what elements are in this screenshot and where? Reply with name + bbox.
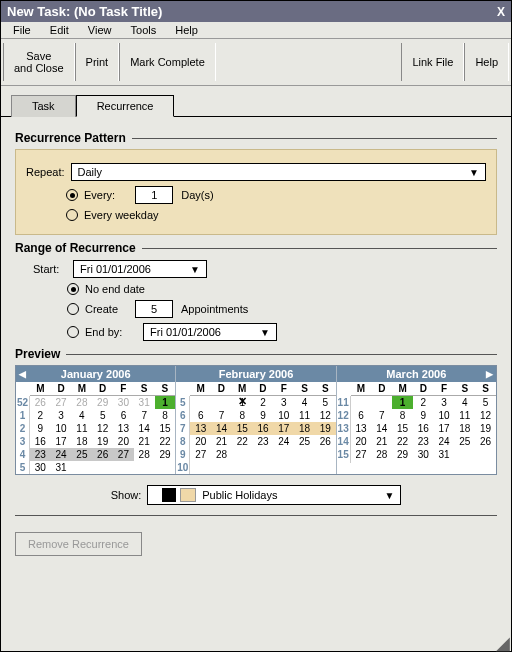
print-button[interactable]: Print	[75, 43, 120, 81]
tab-task[interactable]: Task	[11, 95, 76, 117]
show-label: Show:	[111, 489, 142, 501]
tab-bar: Task Recurrence	[1, 86, 511, 117]
tab-recurrence[interactable]: Recurrence	[76, 95, 175, 117]
preview-title: Preview	[15, 347, 60, 361]
close-icon[interactable]: X	[497, 5, 505, 19]
show-select[interactable]: Public Holidays ▼	[147, 485, 401, 505]
menu-view[interactable]: View	[80, 22, 120, 38]
calendar-preview: ◀January 2006 MDMDFSS 522627282930311 12…	[15, 365, 497, 475]
radio-weekday[interactable]	[66, 209, 78, 221]
start-date-select[interactable]: Fri 01/01/2006 ▼	[73, 260, 207, 278]
start-date-value: Fri 01/01/2006	[80, 263, 151, 275]
tab-content: Recurrence Pattern Repeat: Daily ▼ Every…	[1, 117, 511, 564]
repeat-label: Repeat:	[26, 166, 65, 178]
toolbar-spacer	[216, 43, 402, 81]
no-end-label: No end date	[85, 283, 145, 295]
prev-month-icon[interactable]: ◀	[16, 369, 28, 379]
legend-swatch-icon	[162, 488, 176, 502]
radio-create[interactable]	[67, 303, 79, 315]
calendar-january: ◀January 2006 MDMDFSS 522627282930311 12…	[16, 366, 176, 474]
menu-tools[interactable]: Tools	[123, 22, 165, 38]
repeat-value: Daily	[78, 166, 102, 178]
radio-end-by[interactable]	[67, 326, 79, 338]
create-count-input[interactable]: 5	[135, 300, 173, 318]
remove-recurrence-button[interactable]: Remove Recurrence	[15, 532, 142, 556]
menu-edit[interactable]: Edit	[42, 22, 77, 38]
chevron-down-icon: ▼	[384, 490, 394, 501]
group-recurrence-pattern: Recurrence Pattern	[15, 131, 497, 145]
end-by-value: Fri 01/01/2006	[150, 326, 221, 338]
month-label: March 2006	[386, 368, 446, 380]
end-by-date-select[interactable]: Fri 01/01/2006 ▼	[143, 323, 277, 341]
next-month-icon[interactable]: ▶	[484, 369, 496, 379]
recurrence-pattern-label: Recurrence Pattern	[15, 131, 126, 145]
menubar: File Edit View Tools Help	[1, 22, 511, 39]
group-preview: Preview	[15, 347, 497, 361]
legend-swatch-icon	[180, 488, 196, 502]
chevron-down-icon: ▼	[469, 167, 479, 178]
month-label: January 2006	[61, 368, 131, 380]
resize-grip-icon[interactable]: ◢	[496, 638, 508, 648]
chevron-down-icon: ▼	[190, 264, 200, 275]
every-label: Every:	[84, 189, 115, 201]
radio-every[interactable]	[66, 189, 78, 201]
mark-complete-button[interactable]: Mark Complete	[119, 43, 216, 81]
appointments-label: Appointments	[181, 303, 248, 315]
calendar-march: March 2006▶ MDMDFSS 1112345 126789101112…	[337, 366, 496, 474]
titlebar: New Task: (No Task Title) X	[1, 1, 511, 22]
show-value: Public Holidays	[202, 489, 277, 501]
create-label: Create	[85, 303, 135, 315]
group-range: Range of Recurrence	[15, 241, 497, 255]
day-highlight[interactable]: 1	[155, 396, 176, 409]
day-crossed[interactable]: 1	[232, 396, 253, 409]
help-button[interactable]: Help	[464, 43, 509, 81]
chevron-down-icon: ▼	[260, 327, 270, 338]
start-label: Start:	[33, 263, 67, 275]
days-label: Day(s)	[181, 189, 213, 201]
window-title: New Task: (No Task Title)	[7, 4, 162, 19]
radio-no-end[interactable]	[67, 283, 79, 295]
repeat-select[interactable]: Daily ▼	[71, 163, 486, 181]
range-title: Range of Recurrence	[15, 241, 136, 255]
end-by-label: End by:	[85, 326, 143, 338]
every-value-input[interactable]: 1	[135, 186, 173, 204]
toolbar: Save and Close Print Mark Complete Link …	[1, 39, 511, 86]
calendar-february: February 2006 MDMDFSS 512345 66789101112…	[176, 366, 336, 474]
menu-file[interactable]: File	[5, 22, 39, 38]
menu-help[interactable]: Help	[167, 22, 206, 38]
month-label: February 2006	[219, 368, 294, 380]
pattern-box: Repeat: Daily ▼ Every: 1 Day(s) Every we…	[15, 149, 497, 235]
weekday-label: Every weekday	[84, 209, 159, 221]
day-highlight[interactable]: 1	[392, 396, 413, 409]
save-close-button[interactable]: Save and Close	[3, 43, 75, 81]
link-file-button[interactable]: Link File	[401, 43, 464, 81]
